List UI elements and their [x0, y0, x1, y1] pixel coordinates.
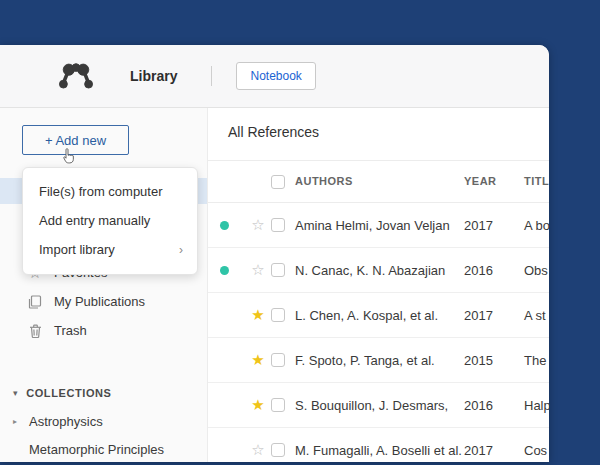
mendeley-logo-icon: [58, 61, 94, 91]
cell-title: A bo: [524, 218, 549, 233]
collection-label: Metamorphic Principles: [29, 442, 164, 457]
cell-title: The: [524, 353, 546, 368]
cell-title: Halp: [524, 398, 549, 413]
column-header-year[interactable]: YEAR: [464, 175, 497, 187]
cell-authors: M. Fumagalli, A. Boselli et al.: [295, 443, 462, 458]
cell-authors: F. Spoto, P. Tanga, et al.: [295, 353, 435, 368]
unread-dot-icon: [220, 266, 229, 275]
document-icon: [27, 294, 43, 310]
cell-title: Cos: [524, 443, 547, 458]
sidebar-item-label: Trash: [54, 323, 87, 338]
hand-cursor-icon: [61, 147, 77, 165]
cell-authors: S. Bouquillon, J. Desmars,: [295, 398, 448, 413]
star-outline-icon[interactable]: ☆: [249, 215, 267, 235]
cell-authors: Amina Helmi, Jovan Veljan: [295, 218, 450, 233]
star-filled-icon[interactable]: ★: [249, 395, 267, 415]
cell-year: 2015: [464, 353, 493, 368]
column-header-authors[interactable]: AUTHORS: [295, 175, 353, 187]
collections-header-label: COLLECTIONS: [26, 387, 111, 399]
row-checkbox[interactable]: [271, 308, 285, 322]
collection-label: Astrophysics: [29, 414, 103, 429]
table-row[interactable]: ☆N. Canac, K. N. Abazajian2016Obs: [208, 248, 549, 293]
row-checkbox[interactable]: [271, 353, 285, 367]
cell-year: 2016: [464, 398, 493, 413]
cell-authors: L. Chen, A. Kospal, et al.: [295, 308, 438, 323]
chevron-right-icon: ▸: [13, 417, 23, 426]
row-checkbox[interactable]: [271, 263, 285, 277]
table-row[interactable]: ★F. Spoto, P. Tanga, et al.2015The: [208, 338, 549, 383]
menu-item-label: Add entry manually: [39, 213, 183, 228]
menu-item-label: Import library: [39, 242, 179, 257]
main-panel: All References AUTHORS YEAR TITLE ☆Amina…: [208, 108, 549, 462]
table-row[interactable]: ★S. Bouquillon, J. Desmars,2016Halp: [208, 383, 549, 428]
collection-item-astrophysics[interactable]: ▸ Astrophysics: [0, 407, 207, 435]
row-checkbox[interactable]: [271, 398, 285, 412]
menu-item-files-from-computer[interactable]: File(s) from computer: [23, 177, 197, 206]
sidebar-item-my-publications[interactable]: My Publications: [0, 287, 207, 316]
chevron-down-icon: ▾: [13, 388, 18, 398]
collections-list: ▸ Astrophysics ▸ Metamorphic Principles: [0, 407, 207, 462]
star-outline-icon[interactable]: ☆: [249, 440, 267, 460]
star-filled-icon[interactable]: ★: [249, 305, 267, 325]
table-row[interactable]: ☆Amina Helmi, Jovan Veljan2017A bo: [208, 203, 549, 248]
page-title: All References: [228, 124, 319, 140]
menu-item-import-library[interactable]: Import library ›: [23, 235, 197, 264]
row-checkbox[interactable]: [271, 218, 285, 232]
trash-icon: [27, 323, 43, 339]
sidebar-item-trash[interactable]: Trash: [0, 316, 207, 345]
column-header-title[interactable]: TITLE: [524, 175, 549, 187]
menu-item-label: File(s) from computer: [39, 184, 183, 199]
cell-year: 2017: [464, 218, 493, 233]
cell-year: 2017: [464, 443, 493, 458]
submenu-chevron-icon: ›: [179, 243, 183, 257]
table-row[interactable]: ★L. Chen, A. Kospal, et al.2017A st: [208, 293, 549, 338]
cell-year: 2016: [464, 263, 493, 278]
add-new-dropdown-menu: File(s) from computer Add entry manually…: [22, 167, 198, 275]
header-divider: [211, 66, 212, 86]
app-header: Library Notebook: [0, 45, 549, 108]
menu-item-add-entry-manually[interactable]: Add entry manually: [23, 206, 197, 235]
notebook-button[interactable]: Notebook: [236, 62, 315, 90]
cell-title: Obs: [524, 263, 548, 278]
table-header: AUTHORS YEAR TITLE: [208, 160, 549, 203]
tab-library[interactable]: Library: [130, 68, 177, 84]
row-checkbox[interactable]: [271, 443, 285, 457]
app-window: Library Notebook + Add new ☆ Favorites: [0, 45, 549, 462]
collections-section-header[interactable]: ▾ COLLECTIONS: [0, 384, 207, 402]
cell-year: 2017: [464, 308, 493, 323]
table-row[interactable]: ☆M. Fumagalli, A. Boselli et al.2017Cos: [208, 428, 549, 462]
star-filled-icon[interactable]: ★: [249, 350, 267, 370]
cell-authors: N. Canac, K. N. Abazajian: [295, 263, 445, 278]
collection-item-metamorphic-principles[interactable]: ▸ Metamorphic Principles: [0, 435, 207, 462]
select-all-checkbox[interactable]: [271, 175, 285, 189]
cell-title: A st: [524, 308, 546, 323]
reference-rows: ☆Amina Helmi, Jovan Veljan2017A bo☆N. Ca…: [208, 203, 549, 462]
unread-dot-icon: [220, 221, 229, 230]
sidebar-item-label: My Publications: [54, 294, 145, 309]
star-outline-icon[interactable]: ☆: [249, 260, 267, 280]
sidebar: + Add new ☆ Favorites My Publications: [0, 108, 208, 462]
